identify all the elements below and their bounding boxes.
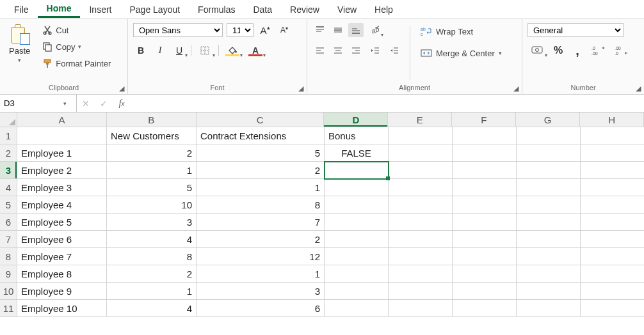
merge-center-button[interactable]: Merge & Center ▾ xyxy=(418,46,504,60)
cell-H9[interactable] xyxy=(581,265,644,283)
cell-H8[interactable] xyxy=(581,248,644,265)
cell-F5[interactable] xyxy=(453,196,517,214)
cell-D11[interactable] xyxy=(325,300,389,317)
comma-button[interactable]: , xyxy=(570,43,585,58)
cell-A1[interactable] xyxy=(17,127,107,144)
cell-G10[interactable] xyxy=(517,283,581,300)
font-dialog-launcher[interactable]: ◢ xyxy=(296,84,305,93)
cell-C10[interactable]: 3 xyxy=(197,283,325,300)
row-header-6[interactable]: 6 xyxy=(0,214,17,231)
menu-tab-file[interactable]: File xyxy=(5,2,38,17)
column-header-H[interactable]: H xyxy=(580,113,644,127)
cell-E6[interactable] xyxy=(389,214,453,231)
row-header-10[interactable]: 10 xyxy=(0,283,17,300)
formula-bar-input[interactable] xyxy=(131,95,644,112)
cell-C8[interactable]: 12 xyxy=(197,248,325,265)
decrease-decimal-button[interactable]: .00.0 xyxy=(612,43,631,58)
cell-F10[interactable] xyxy=(453,283,517,300)
align-center-button[interactable] xyxy=(330,43,346,58)
cell-C2[interactable]: 5 xyxy=(197,144,325,162)
column-header-G[interactable]: G xyxy=(516,113,580,127)
fill-color-button[interactable] xyxy=(223,43,242,58)
align-middle-button[interactable] xyxy=(330,23,346,37)
cell-G4[interactable] xyxy=(517,179,581,196)
column-header-E[interactable]: E xyxy=(388,113,452,127)
align-left-button[interactable] xyxy=(312,43,328,58)
column-header-C[interactable]: C xyxy=(197,113,325,127)
column-header-F[interactable]: F xyxy=(452,113,516,127)
menu-tab-help[interactable]: Help xyxy=(366,2,402,17)
cell-F3[interactable] xyxy=(453,162,517,179)
cell-A7[interactable]: Employee 6 xyxy=(17,231,107,248)
row-header-9[interactable]: 9 xyxy=(0,265,17,283)
cell-F6[interactable] xyxy=(453,214,517,231)
cell-F4[interactable] xyxy=(453,179,517,196)
cancel-formula-button[interactable]: ✕ xyxy=(77,98,95,109)
cut-button[interactable]: Cut xyxy=(39,23,113,37)
menu-tab-review[interactable]: Review xyxy=(281,2,328,17)
cell-D4[interactable] xyxy=(325,179,389,196)
cell-B1[interactable]: New Customers xyxy=(107,127,197,144)
bold-button[interactable]: B xyxy=(133,43,149,58)
increase-decimal-button[interactable]: .0.00 xyxy=(589,43,608,58)
align-bottom-button[interactable] xyxy=(348,23,364,37)
cell-E1[interactable] xyxy=(389,127,453,144)
menu-tab-home[interactable]: Home xyxy=(38,1,81,18)
orientation-button[interactable]: ab xyxy=(367,23,383,37)
cell-E11[interactable] xyxy=(389,300,453,317)
cell-C11[interactable]: 6 xyxy=(197,300,325,317)
cell-C6[interactable]: 7 xyxy=(197,214,325,231)
cell-D2[interactable]: FALSE xyxy=(325,144,389,162)
decrease-indent-button[interactable] xyxy=(367,43,383,58)
cell-D9[interactable] xyxy=(325,265,389,283)
cell-E9[interactable] xyxy=(389,265,453,283)
cell-F1[interactable] xyxy=(453,127,517,144)
cell-D5[interactable] xyxy=(325,196,389,214)
cell-B11[interactable]: 4 xyxy=(107,300,197,317)
cell-G8[interactable] xyxy=(517,248,581,265)
cell-D3[interactable] xyxy=(325,162,389,179)
italic-button[interactable]: I xyxy=(152,43,168,58)
menu-tab-view[interactable]: View xyxy=(328,2,366,17)
cell-C1[interactable]: Contract Extensions xyxy=(197,127,325,144)
increase-font-icon[interactable]: A▴ xyxy=(257,23,273,37)
cell-F9[interactable] xyxy=(453,265,517,283)
cell-H4[interactable] xyxy=(581,179,644,196)
cell-H1[interactable] xyxy=(581,127,644,144)
name-box-dropdown[interactable]: ▾ xyxy=(56,100,73,107)
row-header-5[interactable]: 5 xyxy=(0,196,17,214)
cell-E4[interactable] xyxy=(389,179,453,196)
underline-button[interactable]: U xyxy=(172,43,187,58)
cell-D8[interactable] xyxy=(325,248,389,265)
accounting-format-button[interactable] xyxy=(527,43,547,58)
cell-H2[interactable] xyxy=(581,144,644,162)
cell-D1[interactable]: Bonus xyxy=(325,127,389,144)
font-color-button[interactable]: A xyxy=(246,43,265,58)
align-top-button[interactable] xyxy=(312,23,328,37)
column-header-D[interactable]: D xyxy=(324,113,388,127)
menu-tab-data[interactable]: Data xyxy=(244,2,281,17)
cell-B6[interactable]: 3 xyxy=(107,214,197,231)
cell-F11[interactable] xyxy=(453,300,517,317)
cell-C4[interactable]: 1 xyxy=(197,179,325,196)
select-all-corner[interactable] xyxy=(0,113,17,127)
cell-H10[interactable] xyxy=(581,283,644,300)
cell-G9[interactable] xyxy=(517,265,581,283)
cell-C9[interactable]: 1 xyxy=(197,265,325,283)
cell-E2[interactable] xyxy=(389,144,453,162)
cell-H7[interactable] xyxy=(581,231,644,248)
column-header-B[interactable]: B xyxy=(107,113,197,127)
cell-E8[interactable] xyxy=(389,248,453,265)
cell-B4[interactable]: 5 xyxy=(107,179,197,196)
cell-G11[interactable] xyxy=(517,300,581,317)
accept-formula-button[interactable]: ✓ xyxy=(95,98,113,109)
cell-D10[interactable] xyxy=(325,283,389,300)
increase-indent-button[interactable] xyxy=(387,43,402,58)
cell-A9[interactable]: Employee 8 xyxy=(17,265,107,283)
cell-D6[interactable] xyxy=(325,214,389,231)
number-dialog-launcher[interactable]: ◢ xyxy=(634,84,643,93)
percent-button[interactable]: % xyxy=(551,43,566,58)
clipboard-dialog-launcher[interactable]: ◢ xyxy=(117,84,126,93)
cell-A11[interactable]: Employee 10 xyxy=(17,300,107,317)
row-header-4[interactable]: 4 xyxy=(0,179,17,196)
